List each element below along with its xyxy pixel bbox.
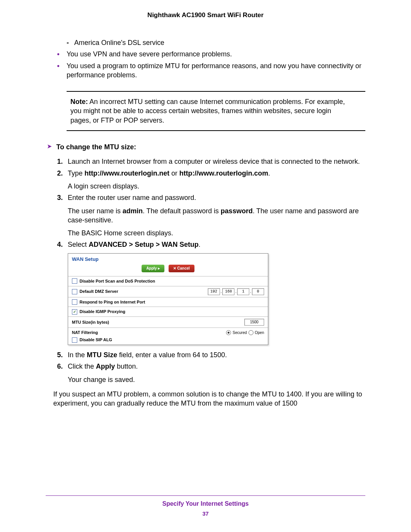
sub-bullet: America Online's DSL service xyxy=(67,38,365,47)
page-header: Nighthawk AC1900 Smart WiFi Router xyxy=(46,11,365,19)
step-text: Launch an Internet browser from a comput… xyxy=(68,157,365,166)
bullet-optimize: You used a program to optimize MTU for p… xyxy=(57,61,365,80)
ip-octet-4[interactable]: 0 xyxy=(252,288,264,295)
row-label: NAT Filtering xyxy=(72,330,98,335)
note-box: Note: An incorrect MTU setting can cause… xyxy=(67,91,365,131)
step-text: Select ADVANCED > Setup > WAN Setup. xyxy=(68,240,365,249)
step-6: 6. Click the Apply button. Your change i… xyxy=(57,362,365,384)
step-1: 1. Launch an Internet browser from a com… xyxy=(57,157,365,166)
row-ping: Respond to Ping on Internet Port xyxy=(68,297,268,307)
note-text: Note: An incorrect MTU setting can cause… xyxy=(67,97,365,125)
row-label: Default DMZ Server xyxy=(80,289,118,294)
ip-input-group: 192. 168. 1. 0 xyxy=(208,288,264,295)
row-mtu: MTU Size(in bytes) 1500 xyxy=(68,316,268,328)
note-label: Note: xyxy=(70,98,88,105)
step-number: 2. xyxy=(57,169,63,178)
step-sub: A login screen displays. xyxy=(68,182,365,191)
row-label: Disable Port Scan and DoS Protection xyxy=(80,278,155,284)
document-page: Nighthawk AC1900 Smart WiFi Router Ameri… xyxy=(0,0,411,532)
step-5: 5. In the MTU Size field, enter a value … xyxy=(57,350,365,359)
cancel-button[interactable]: ✕ Cancel xyxy=(169,265,194,272)
step-number: 1. xyxy=(57,157,63,166)
panel-buttons: Apply ▸ ✕ Cancel xyxy=(68,263,268,276)
checkbox[interactable] xyxy=(72,278,77,284)
closing-paragraph: If you suspect an MTU problem, a common … xyxy=(53,390,365,408)
nat-options: Secured Open xyxy=(226,330,264,335)
row-label: Disable SIP ALG xyxy=(80,337,112,343)
ip-octet-3[interactable]: 1 xyxy=(237,288,249,295)
ip-octet-1[interactable]: 192 xyxy=(208,288,220,295)
step-sub: Your change is saved. xyxy=(68,375,365,384)
row-label: MTU Size(in bytes) xyxy=(72,320,109,325)
step-2: 2. Type http://www.routerlogin.net or ht… xyxy=(57,169,365,191)
step-sub: The user name is admin. The default pass… xyxy=(68,206,365,225)
footer-section: Specify Your Internet Settings xyxy=(46,500,365,507)
row-port-scan: Disable Port Scan and DoS Protection xyxy=(68,276,268,286)
checkbox[interactable] xyxy=(72,299,77,305)
step-number: 3. xyxy=(57,193,63,202)
step-text: In the MTU Size field, enter a value fro… xyxy=(68,350,365,359)
step-4: 4. Select ADVANCED > Setup > WAN Setup. xyxy=(57,240,365,249)
page-footer: Specify Your Internet Settings 37 xyxy=(0,495,411,517)
row-nat: NAT Filtering Secured Open Disable SIP A… xyxy=(68,328,268,345)
row-label: Respond to Ping on Internet Port xyxy=(80,299,145,305)
step-number: 6. xyxy=(57,362,63,371)
apply-button[interactable]: Apply ▸ xyxy=(142,265,164,272)
footer-page-number: 37 xyxy=(46,510,365,517)
wan-setup-screenshot: WAN Setup Apply ▸ ✕ Cancel Disable Port … xyxy=(68,253,268,345)
radio-secured[interactable] xyxy=(226,330,231,335)
mtu-input[interactable]: 1500 xyxy=(244,319,264,326)
checkbox[interactable] xyxy=(72,289,77,294)
row-dmz: Default DMZ Server 192. 168. 1. 0 xyxy=(68,286,268,297)
page-content: America Online's DSL service You use VPN… xyxy=(46,38,365,408)
row-igmp: ✓ Disable IGMP Proxying xyxy=(68,307,268,316)
step-number: 5. xyxy=(57,350,63,359)
radio-open[interactable] xyxy=(249,330,253,335)
step-sub: The BASIC Home screen displays. xyxy=(68,228,365,238)
step-text: Enter the router user name and password. xyxy=(68,193,365,202)
procedure-heading: To change the MTU size: xyxy=(46,142,365,152)
note-body: An incorrect MTU setting can cause Inter… xyxy=(70,98,345,124)
row-label: Disable IGMP Proxying xyxy=(80,309,125,315)
panel-title: WAN Setup xyxy=(68,254,268,264)
step-number: 4. xyxy=(57,240,63,249)
ip-octet-2[interactable]: 168 xyxy=(222,288,234,295)
checkbox-checked[interactable]: ✓ xyxy=(72,309,77,315)
step-3: 3. Enter the router user name and passwo… xyxy=(57,193,365,238)
checkbox[interactable] xyxy=(72,337,77,343)
step-text: Type http://www.routerlogin.net or http:… xyxy=(68,169,365,178)
bullet-vpn: You use VPN and have severe performance … xyxy=(57,50,365,59)
step-text: Click the Apply button. xyxy=(68,362,365,371)
